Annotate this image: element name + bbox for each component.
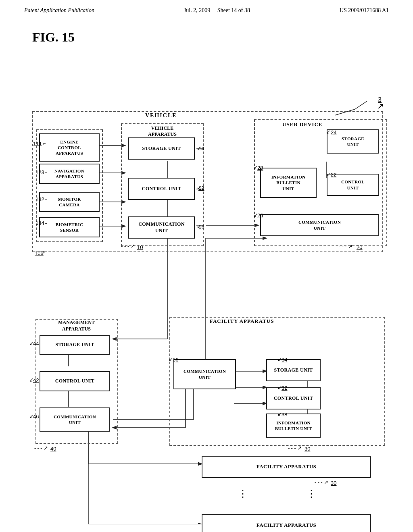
ref-46-arrow: ↙ — [29, 413, 34, 420]
user-comm-box: COMMUNICATIONUNIT — [260, 214, 379, 236]
facility3-box: FACILITY APPARATUS — [202, 514, 371, 532]
ref-44-arrow: ↙ — [29, 340, 34, 347]
facility1-label: FACILITY APPARATUS — [210, 318, 274, 324]
ref-26: 26 — [257, 212, 263, 218]
ref-28-arrow: ↙ — [253, 164, 258, 171]
ref-134: 134⌐ — [35, 220, 47, 226]
ref-132: 132⌐ — [35, 196, 47, 202]
ref-100-arrow: - - -↗ — [33, 249, 46, 256]
ref-123: 123⌐ — [35, 169, 47, 175]
monitor-camera-box: MONITORCAMERA — [39, 192, 100, 212]
info-bulletin-box: INFORMATIONBULLETINUNIT — [260, 168, 317, 198]
ref-24-arrow: ↙ — [326, 129, 331, 135]
ref-20-arrow: - - - ↗ — [339, 243, 353, 250]
navigation-box: NAVIGATIONAPPARATUS — [39, 164, 100, 184]
ref-30-2-arrow: - - - ↗ — [315, 479, 328, 486]
ref-22: 22 — [331, 172, 336, 178]
ref-38: 38 — [282, 411, 287, 418]
ref-22-arrow: ↙ — [326, 171, 331, 178]
patent-diagram: 3 ↗ VEHICLE ENGINECONTROLAPPARATUS NAVIG… — [0, 53, 413, 524]
engine-control-box: ENGINECONTROLAPPARATUS — [39, 133, 100, 162]
ref-30-1-arrow: - - - ↗ — [288, 445, 302, 451]
facility-comm-box: COMMUNICATIONUNIT — [173, 359, 236, 389]
page-header: Patent Application Publication Jul. 2, 2… — [0, 0, 413, 18]
dots1: ⋮ — [238, 488, 251, 499]
ref-10: 10 — [137, 244, 143, 250]
ref-24: 24 — [331, 129, 336, 135]
vehicle-storage-box: STORAGE UNIT — [128, 137, 195, 160]
ref-111: 111⌐ — [33, 141, 46, 147]
mgmt-comm-box: COMMUNICATIONUNIT — [40, 407, 110, 432]
date-label: Jul. 2, 2009 Sheet 14 of 38 — [184, 7, 250, 14]
ref-40-arrow: - - - ↗ — [34, 445, 48, 451]
ref-30-1: 30 — [305, 446, 310, 452]
ref-30-2: 30 — [331, 480, 336, 486]
ref-40: 40 — [50, 446, 56, 452]
ref-46: 46 — [33, 414, 39, 420]
ref-28: 28 — [257, 165, 263, 171]
mgmt-control-box: CONTROL UNIT — [40, 371, 110, 391]
ref-3-arrow: ↗ — [377, 101, 384, 111]
patent-number: US 2009/0171688 A1 — [340, 7, 389, 14]
publication-label: Patent Application Publication — [24, 7, 94, 14]
mgmt-storage-box: STORAGE UNIT — [40, 335, 110, 355]
ref-36: 36 — [173, 357, 178, 363]
vehicle-control-box: CONTROL UNIT — [128, 178, 195, 200]
ref-32-arrow: ↙ — [277, 384, 282, 391]
biometric-sensor-box: BIOMETRICSENSOR — [39, 217, 100, 237]
facility-storage-box: STORAGE UNIT — [266, 359, 321, 381]
ref-34-arrow: ↙ — [277, 356, 282, 363]
ref-44: 44 — [33, 341, 39, 347]
ref-16-arrow: ↙ — [197, 223, 202, 230]
ref-10-arrow: - - - ↗ — [121, 243, 135, 249]
ref-38-arrow: ↙ — [277, 411, 282, 418]
ref-42: 42 — [33, 377, 39, 383]
ref-42-arrow: ↙ — [29, 376, 34, 383]
facility2-box: FACILITY APPARATUS — [202, 456, 371, 478]
vehicle-comm-box: COMMUNICATIONUNIT — [128, 216, 195, 239]
management-label: MANAGEMENTAPPARATUS — [40, 320, 113, 332]
ref-36-arrow: ↙ — [169, 356, 173, 363]
ref-12-arrow: ↙ — [197, 184, 202, 191]
figure-title: FIG. 15 — [0, 18, 413, 53]
dots2: ⋮ — [307, 488, 319, 499]
ref-20: 20 — [357, 244, 362, 250]
facility-control-box: CONTROL UNIT — [266, 387, 321, 409]
ref-14-arrow: ↙ — [197, 145, 202, 152]
user-device-label: USER DEVICE — [282, 121, 323, 128]
vehicle-apparatus-label: VEHICLEAPPARATUS — [129, 125, 196, 137]
vehicle-label: VEHICLE — [145, 112, 177, 119]
ref-26-arrow: ↙ — [253, 212, 258, 218]
svg-line-1 — [355, 101, 367, 109]
facility-info-box: INFORMATIONBULLETIN UNIT — [266, 414, 321, 438]
ref-32: 32 — [282, 385, 287, 391]
ref-34: 34 — [282, 357, 287, 363]
